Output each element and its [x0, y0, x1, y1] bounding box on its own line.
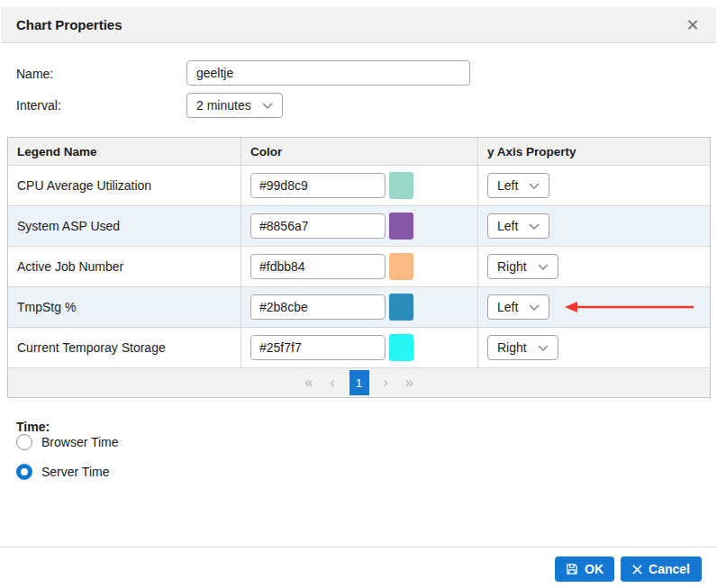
legend-table: Legend Name Color y Axis Property CPU Av… — [7, 137, 711, 398]
y-axis-select[interactable]: Right — [487, 335, 558, 360]
dialog-title: Chart Properties — [16, 7, 123, 43]
color-input[interactable] — [250, 254, 386, 279]
browser-time-radio[interactable]: Browser Time — [16, 434, 119, 450]
dialog-header: Chart Properties ✕ — [1, 7, 716, 43]
prev-page-button[interactable]: ‹ — [327, 371, 337, 394]
table-row: Active Job Number Right — [8, 246, 710, 286]
header-legend-name: Legend Name — [8, 138, 241, 165]
ok-button[interactable]: OK — [555, 556, 614, 582]
red-annotation-arrow-icon — [565, 301, 694, 313]
chevron-down-icon — [538, 345, 549, 351]
y-axis-value: Left — [497, 300, 518, 314]
current-page-button[interactable]: 1 — [349, 370, 369, 395]
name-label: Name: — [16, 67, 53, 81]
radio-label: Server Time — [41, 465, 109, 479]
pagination-bar: « ‹ 1 › » — [8, 367, 710, 397]
interval-label: Interval: — [16, 98, 61, 113]
save-icon — [566, 563, 578, 575]
table-row: System ASP Used Left — [8, 205, 710, 246]
chevron-down-icon — [538, 264, 549, 270]
chevron-down-icon — [529, 223, 540, 230]
legend-name: CPU Average Utilization — [17, 178, 151, 193]
legend-name: TmpStg % — [17, 300, 76, 314]
y-axis-value: Left — [497, 219, 518, 233]
legend-name: Active Job Number — [17, 259, 123, 274]
table-row: Current Temporay Storage Right — [8, 327, 710, 367]
color-input[interactable] — [250, 294, 386, 320]
server-time-radio[interactable]: Server Time — [16, 464, 109, 480]
first-page-button[interactable]: « — [302, 371, 315, 394]
color-swatch[interactable] — [389, 213, 413, 240]
color-swatch[interactable] — [389, 334, 413, 361]
color-input[interactable] — [250, 335, 386, 360]
cancel-button[interactable]: Cancel — [621, 556, 702, 582]
color-input[interactable] — [250, 173, 386, 198]
legend-name: Current Temporay Storage — [17, 340, 166, 355]
radio-icon[interactable] — [16, 464, 32, 480]
color-swatch[interactable] — [389, 253, 413, 280]
cancel-label: Cancel — [649, 562, 690, 576]
y-axis-select[interactable]: Left — [487, 294, 549, 320]
color-input[interactable] — [250, 213, 386, 239]
table-header-row: Legend Name Color y Axis Property — [8, 138, 710, 165]
time-label: Time: — [16, 420, 50, 434]
radio-label: Browser Time — [41, 435, 119, 449]
last-page-button[interactable]: » — [403, 371, 416, 394]
color-swatch[interactable] — [389, 294, 413, 321]
close-icon[interactable]: ✕ — [683, 15, 703, 35]
ok-label: OK — [585, 562, 604, 576]
y-axis-select[interactable]: Left — [487, 173, 549, 198]
chart-properties-dialog: Chart Properties ✕ Name: Interval: 2 min… — [1, 7, 716, 588]
chevron-down-icon — [529, 183, 540, 189]
legend-name: System ASP Used — [17, 219, 120, 233]
close-icon — [632, 565, 642, 574]
table-row-annotated: TmpStg % Left — [8, 286, 710, 327]
y-axis-select[interactable]: Left — [487, 213, 549, 239]
chevron-down-icon — [262, 103, 273, 109]
header-color: Color — [241, 138, 478, 165]
color-swatch[interactable] — [389, 172, 413, 199]
radio-icon[interactable] — [16, 434, 32, 450]
next-page-button[interactable]: › — [381, 371, 391, 394]
name-input[interactable] — [186, 60, 470, 86]
y-axis-value: Left — [497, 178, 518, 193]
interval-select[interactable]: 2 minutes — [186, 93, 283, 118]
y-axis-value: Right — [497, 340, 527, 355]
dialog-footer: OK Cancel — [0, 547, 717, 588]
chevron-down-icon — [529, 304, 540, 311]
interval-value: 2 minutes — [196, 98, 251, 113]
header-y-axis: y Axis Property — [478, 138, 710, 165]
table-row: CPU Average Utilization Left — [8, 165, 710, 205]
y-axis-value: Right — [497, 259, 527, 274]
y-axis-select[interactable]: Right — [487, 254, 558, 279]
